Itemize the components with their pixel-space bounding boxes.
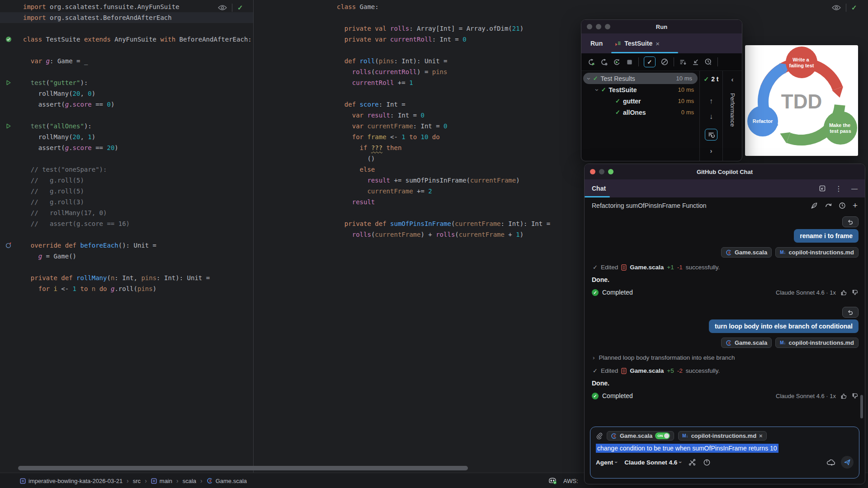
breadcrumb-item[interactable]: scala xyxy=(183,478,196,484)
expand-icon[interactable]: › xyxy=(710,147,712,155)
code-line[interactable]: private def rollMany(n: Int, pins: Int):… xyxy=(0,272,253,283)
cloud-sync-icon[interactable] xyxy=(826,459,835,466)
reader-mode-eye-icon[interactable] xyxy=(832,5,841,11)
edit-quill-icon[interactable] xyxy=(811,202,818,209)
kebab-menu-icon[interactable]: ⋮ xyxy=(835,184,842,193)
edited-file-name[interactable]: Game.scala xyxy=(630,367,664,374)
attachment-chip[interactable]: M↓copilot-instructions.md xyxy=(775,247,859,258)
copilot-status-icon[interactable] xyxy=(548,477,557,484)
code-line[interactable]: test("gutter"): xyxy=(0,77,253,88)
chat-scrollbar[interactable] xyxy=(860,395,863,418)
usage-gauge-icon[interactable] xyxy=(703,459,711,466)
breadcrumb-item[interactable]: src xyxy=(133,478,141,484)
attachment-on-toggle[interactable]: ON xyxy=(655,432,670,439)
model-dropdown[interactable]: Claude Sonnet 4.6› xyxy=(624,459,681,466)
redo-icon[interactable] xyxy=(825,202,832,209)
rerun-tests-icon[interactable] xyxy=(588,58,595,66)
code-line[interactable]: // g.roll(5) xyxy=(0,175,253,186)
code-line[interactable]: private val rolls: Array[Int] = Array.of… xyxy=(254,23,868,34)
code-line[interactable]: test("allOnes"): xyxy=(0,121,253,131)
attachment-chip[interactable]: M↓copilot-instructions.md xyxy=(775,338,859,348)
no-problems-check-icon[interactable]: ✓ xyxy=(851,4,857,12)
run-window-titlebar[interactable]: Run xyxy=(581,20,742,33)
tab-testsuite[interactable]: TestSuite × xyxy=(614,40,660,47)
tab-run[interactable]: Run xyxy=(590,40,603,47)
code-testsuite[interactable]: import org.scalatest.funsuite.AnyFunSuit… xyxy=(0,0,253,294)
remove-attachment-icon[interactable]: × xyxy=(759,432,763,439)
test-tree-row[interactable]: ✓gutter10 ms xyxy=(581,95,699,107)
no-problems-check-icon[interactable]: ✓ xyxy=(237,4,243,12)
minimize-window-icon[interactable] xyxy=(599,169,604,174)
previous-test-icon[interactable]: ↑ xyxy=(709,97,713,105)
stop-icon[interactable] xyxy=(626,58,633,66)
chat-window-titlebar[interactable]: GitHub Copilot Chat xyxy=(585,164,865,179)
collapse-icon[interactable]: ‹ xyxy=(731,75,734,83)
chevron-right-icon[interactable]: › xyxy=(593,354,595,361)
code-line[interactable] xyxy=(0,153,253,164)
test-tree-row[interactable]: ›✓TestSuite10 ms xyxy=(581,84,699,95)
window-controls[interactable] xyxy=(590,169,613,174)
editor-pane-testsuite[interactable]: import org.scalatest.funsuite.AnyFunSuit… xyxy=(0,0,253,473)
code-line[interactable]: class TestSuite extends AnyFunSuite with… xyxy=(0,34,253,45)
pane-divider[interactable] xyxy=(253,0,254,473)
history-clock-icon[interactable] xyxy=(839,202,846,209)
code-line[interactable]: assert(g.score == 20) xyxy=(0,142,253,153)
show-ignored-icon[interactable] xyxy=(660,58,669,66)
thumbs-up-icon[interactable] xyxy=(840,289,847,296)
track-running-test-toggle[interactable] xyxy=(705,129,717,141)
toggle-auto-test-icon[interactable] xyxy=(613,58,621,66)
thumbs-up-icon[interactable] xyxy=(840,393,847,399)
chat-messages[interactable]: rename i to frameGame.scalaM↓copilot-ins… xyxy=(585,214,865,422)
attach-paperclip-icon[interactable] xyxy=(596,432,603,439)
send-button[interactable] xyxy=(841,456,854,469)
open-in-editor-icon[interactable] xyxy=(819,185,826,192)
chat-input-text-row[interactable]: change condition to be true when sumOfPi… xyxy=(596,445,854,452)
close-window-icon[interactable] xyxy=(587,24,592,29)
edited-file-name[interactable]: Game.scala xyxy=(630,264,664,271)
test-history-clock-icon[interactable] xyxy=(704,58,712,66)
window-controls[interactable] xyxy=(587,24,610,29)
thumbs-down-icon[interactable] xyxy=(852,393,859,399)
code-line[interactable]: // assert(g.score == 16) xyxy=(0,218,253,229)
code-line[interactable]: rollMany(20, 0) xyxy=(0,88,253,99)
zoom-window-icon[interactable] xyxy=(605,24,610,29)
code-line[interactable]: // g.roll(3) xyxy=(0,197,253,207)
undo-button[interactable] xyxy=(842,307,859,318)
code-line[interactable] xyxy=(0,229,253,240)
rerun-failed-tests-icon[interactable] xyxy=(600,58,608,66)
chevron-down-icon[interactable]: › xyxy=(594,89,601,91)
chat-input-box[interactable]: Game.scala ON M↓ copilot-instructions.md… xyxy=(590,427,859,479)
attachment-chip-instructions[interactable]: M↓ copilot-instructions.md × xyxy=(678,431,766,441)
new-chat-plus-icon[interactable]: + xyxy=(853,201,858,211)
override-gutter-icon[interactable] xyxy=(5,242,12,249)
code-line[interactable] xyxy=(254,12,868,23)
breadcrumb-item[interactable]: main xyxy=(151,478,172,484)
show-passed-toggle[interactable]: ✓ xyxy=(644,56,656,67)
undo-button[interactable] xyxy=(842,216,859,227)
code-line[interactable] xyxy=(0,110,253,121)
code-line[interactable] xyxy=(0,23,253,34)
test-results-tree[interactable]: ›✓Test Results10 ms›✓TestSuite10 ms✓gutt… xyxy=(581,71,699,161)
planned-step-row[interactable]: ›Planned loop body transformation into e… xyxy=(593,354,859,361)
tab-chat[interactable]: Chat xyxy=(592,185,606,192)
code-line[interactable] xyxy=(0,262,253,272)
code-line[interactable]: var g: Game = _ xyxy=(0,56,253,66)
code-line[interactable]: import org.scalatest.funsuite.AnyFunSuit… xyxy=(0,1,253,12)
reader-mode-eye-icon[interactable] xyxy=(218,5,227,11)
tab-performance[interactable]: Performance xyxy=(729,93,736,127)
sort-by-duration-icon[interactable] xyxy=(679,58,687,66)
breadcrumb-item[interactable]: Game.scala xyxy=(207,478,247,484)
run-class-gutter-icon[interactable] xyxy=(5,36,12,42)
code-line[interactable] xyxy=(0,45,253,56)
code-line[interactable]: // rollMany(17, 0) xyxy=(0,207,253,218)
attachment-chip[interactable]: Game.scala xyxy=(721,247,772,258)
attachment-chip-game-scala[interactable]: Game.scala ON xyxy=(607,431,674,441)
close-window-icon[interactable] xyxy=(590,169,595,174)
mode-dropdown[interactable]: Agent› xyxy=(596,459,617,466)
zoom-window-icon[interactable] xyxy=(608,169,613,174)
run-test-gutter-icon[interactable] xyxy=(5,80,12,86)
hide-tool-window-icon[interactable]: — xyxy=(851,185,858,192)
code-line[interactable]: class Game: xyxy=(254,1,868,12)
code-line[interactable]: assert(g.score == 0) xyxy=(0,99,253,110)
code-line[interactable]: for i <- 1 to n do g.roll(pins) xyxy=(0,283,253,294)
